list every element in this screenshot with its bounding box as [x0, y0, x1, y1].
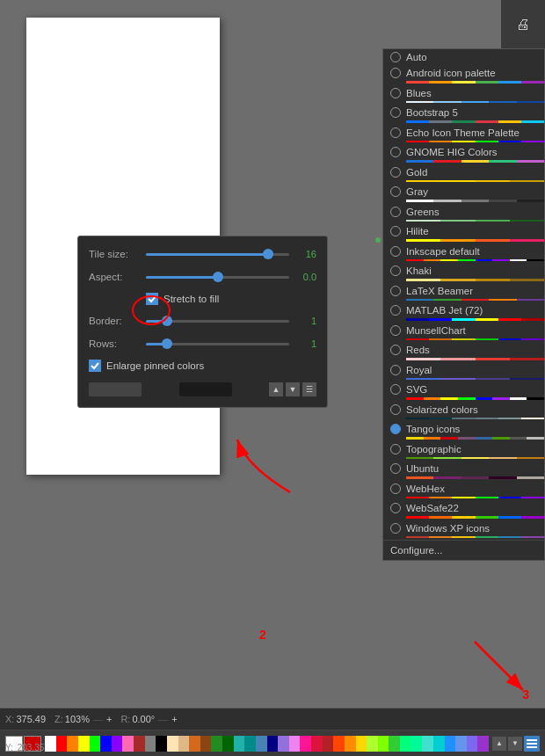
palette-item-webhex[interactable]: WebHex — [383, 481, 544, 497]
palette-item-khaki[interactable]: Khaki — [383, 263, 544, 279]
bottom-swatch[interactable] — [467, 736, 478, 752]
arrow-annotation-1 — [229, 431, 316, 501]
color-bar-reds — [406, 358, 544, 360]
palette-item-greens[interactable]: Greens — [383, 204, 544, 220]
bottom-swatch[interactable] — [400, 736, 411, 752]
bottom-swatch[interactable] — [156, 736, 167, 752]
palette-item-matlab[interactable]: MATLAB Jet (72) — [383, 302, 544, 318]
bottom-swatch[interactable] — [178, 736, 190, 752]
bottom-swatch[interactable] — [211, 736, 222, 752]
radio-android — [390, 68, 401, 78]
bottom-swatch[interactable] — [289, 736, 301, 752]
palette-item-winxp[interactable]: Windows XP icons — [383, 520, 544, 536]
palette-item-gray[interactable]: Gray — [383, 184, 544, 200]
popup-down-btn[interactable]: ▼ — [286, 382, 300, 396]
bottom-swatch[interactable] — [134, 736, 145, 752]
nav-down-btn[interactable]: ▼ — [508, 737, 522, 751]
bottom-swatch[interactable] — [189, 736, 200, 752]
rows-row: Rows: 1 — [89, 337, 316, 351]
palette-item-munsell[interactable]: MunsellChart — [383, 323, 544, 338]
bottom-swatch[interactable] — [56, 736, 68, 752]
minus-btn-2[interactable]: — — [158, 714, 168, 724]
rows-slider[interactable] — [146, 337, 289, 351]
bottom-swatch[interactable] — [45, 736, 56, 752]
bottom-swatch[interactable] — [200, 736, 212, 752]
bottom-swatch[interactable] — [78, 736, 90, 752]
bottom-swatch[interactable] — [100, 736, 112, 752]
bottom-swatch[interactable] — [378, 736, 389, 752]
radio-gnome — [390, 147, 401, 157]
palette-item-royal[interactable]: Royal — [383, 362, 544, 378]
palette-item-reds[interactable]: Reds — [383, 342, 544, 358]
bottom-swatch[interactable] — [455, 736, 467, 752]
radio-matlab — [390, 305, 401, 316]
palette-item-gnome[interactable]: GNOME HIG Colors — [383, 144, 544, 160]
palette-item-ubuntu[interactable]: Ubuntu — [383, 461, 544, 476]
palette-item-blues[interactable]: Blues — [383, 85, 544, 101]
color-bar-greens — [406, 220, 544, 222]
palette-item-android[interactable]: Android icon palette — [383, 65, 544, 81]
palette-item-topographic[interactable]: Topographic — [383, 441, 544, 457]
stretch-row: Stretch to fill — [89, 293, 316, 305]
bottom-swatch[interactable] — [422, 736, 433, 752]
bottom-swatch[interactable] — [167, 736, 178, 752]
bottom-swatch[interactable] — [278, 736, 289, 752]
bottom-swatch[interactable] — [323, 736, 334, 752]
bottom-swatch[interactable] — [90, 736, 101, 752]
bottom-swatch[interactable] — [433, 736, 445, 752]
bottom-swatch[interactable] — [411, 736, 423, 752]
color-bar-matlab — [406, 318, 544, 321]
plus-btn-2[interactable]: + — [171, 714, 177, 724]
palette-item-websafe22[interactable]: WebSafe22 — [383, 500, 544, 516]
annotation-2: 2 — [259, 628, 266, 642]
bottom-swatch[interactable] — [300, 736, 311, 752]
bottom-swatch[interactable] — [333, 736, 345, 752]
bottom-swatch[interactable] — [445, 736, 456, 752]
bottom-swatch[interactable] — [234, 736, 245, 752]
bottom-swatch[interactable] — [389, 736, 400, 752]
popup-menu-btn[interactable]: ☰ — [302, 382, 316, 396]
palette-item-gold[interactable]: Gold — [383, 164, 544, 180]
bottom-swatch[interactable] — [477, 736, 489, 752]
border-slider[interactable] — [146, 314, 289, 328]
aspect-slider[interactable] — [146, 270, 289, 284]
stretch-label: Stretch to fill — [164, 294, 219, 304]
palette-item-echo[interactable]: Echo Icon Theme Palette — [383, 125, 544, 141]
enlarge-checkbox[interactable] — [89, 360, 101, 372]
nav-up-btn[interactable]: ▲ — [492, 737, 506, 751]
color-bar-android — [406, 81, 544, 84]
bottom-swatch[interactable] — [67, 736, 78, 752]
bottom-swatch[interactable] — [356, 736, 367, 752]
palette-item-svg[interactable]: SVG — [383, 382, 544, 397]
palette-item-inkscape[interactable]: Inkscape default — [383, 244, 544, 259]
tile-size-slider[interactable] — [146, 247, 289, 261]
top-toolbar: 🖨 — [501, 0, 545, 48]
plus-btn-1[interactable]: + — [106, 714, 112, 724]
aspect-value: 0.0 — [294, 272, 316, 282]
bottom-swatch[interactable] — [256, 736, 267, 752]
palette-label-reds: Reds — [406, 345, 537, 355]
palette-item-bootstrap5[interactable]: Bootstrap 5 — [383, 105, 544, 120]
palette-item-hilite[interactable]: Hilite — [383, 223, 544, 239]
palette-item-auto[interactable]: Auto — [383, 49, 544, 65]
popup-up-btn[interactable]: ▲ — [269, 382, 283, 396]
bottom-swatch[interactable] — [145, 736, 156, 752]
bottom-swatch[interactable] — [244, 736, 256, 752]
bottom-swatch[interactable] — [112, 736, 123, 752]
configure-button[interactable]: Configure... — [383, 540, 544, 560]
bottom-swatch[interactable] — [267, 736, 279, 752]
bottom-swatch[interactable] — [222, 736, 234, 752]
palette-menu-btn[interactable] — [524, 736, 540, 752]
bottom-swatch[interactable] — [311, 736, 323, 752]
stretch-checkbox[interactable] — [146, 293, 158, 305]
palette-item-solarized[interactable]: Solarized colors — [383, 402, 544, 418]
palette-label-gray: Gray — [406, 186, 537, 197]
minus-btn-1[interactable]: — — [93, 714, 103, 724]
palette-item-latex[interactable]: LaTeX Beamer — [383, 283, 544, 299]
bottom-swatch[interactable] — [345, 736, 356, 752]
bottom-swatch[interactable] — [122, 736, 134, 752]
radio-royal — [390, 365, 401, 375]
palette-item-tango[interactable]: Tango icons — [383, 421, 544, 437]
print-icon[interactable]: 🖨 — [516, 17, 530, 33]
bottom-swatch[interactable] — [367, 736, 378, 752]
